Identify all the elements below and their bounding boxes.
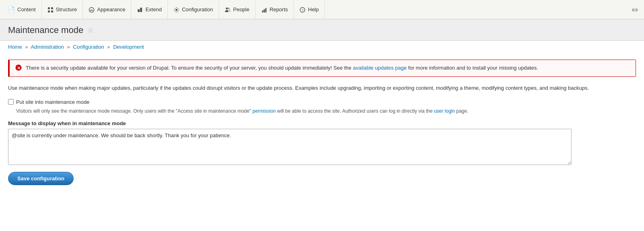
nav-label-appearance: Appearance xyxy=(97,6,125,12)
permission-link[interactable]: permission xyxy=(252,108,276,114)
maintenance-mode-checkbox-item: Put site into maintenance mode xyxy=(8,99,636,105)
nav-right-icon: ⇔ xyxy=(632,5,638,14)
checkbox-desc-middle: will be able to access the site. Authori… xyxy=(276,108,434,114)
svg-point-9 xyxy=(228,8,230,9)
svg-rect-5 xyxy=(138,9,140,12)
svg-rect-11 xyxy=(264,9,265,12)
breadcrumb-sep-3: » xyxy=(107,44,110,50)
breadcrumb-configuration[interactable]: Configuration xyxy=(73,44,104,50)
error-text-after: for more information and to install your… xyxy=(407,65,538,71)
svg-rect-6 xyxy=(140,8,142,12)
help-icon: ? xyxy=(299,6,305,13)
description-text: Use maintenance mode when making major u… xyxy=(8,84,636,93)
breadcrumb: Home » Administration » Configuration » … xyxy=(0,41,644,53)
breadcrumb-sep-2: » xyxy=(67,44,70,50)
nav-item-structure[interactable]: Structure xyxy=(42,0,83,19)
error-message-box: ✕ There is a security update available f… xyxy=(8,60,636,77)
message-field-label: Message to display when in maintenance m… xyxy=(8,120,636,126)
nav-label-people: People xyxy=(233,6,249,12)
breadcrumb-administration[interactable]: Administration xyxy=(31,44,64,50)
checkbox-label-text: Put site into maintenance mode xyxy=(16,99,89,105)
breadcrumb-development[interactable]: Development xyxy=(113,44,144,50)
people-icon xyxy=(225,6,231,13)
nav-label-reports: Reports xyxy=(270,6,288,12)
nav-label-configuration: Configuration xyxy=(182,6,213,12)
nav-item-content[interactable]: 📄 Content xyxy=(2,0,42,19)
svg-rect-3 xyxy=(51,10,53,12)
configuration-icon xyxy=(173,6,180,13)
toolbar: 📄 Content Structure Appearance xyxy=(0,0,644,19)
page-title: Maintenance mode ☆ xyxy=(8,25,636,35)
main-content: ✕ There is a security update available f… xyxy=(0,53,644,192)
svg-point-7 xyxy=(175,9,178,11)
content-icon: 📄 xyxy=(7,6,15,13)
nav-item-configuration[interactable]: Configuration xyxy=(168,0,219,19)
page-header: Maintenance mode ☆ xyxy=(0,19,644,41)
breadcrumb-home[interactable]: Home xyxy=(8,44,22,50)
nav-right-controls: ⇔ xyxy=(627,0,642,19)
extend-icon xyxy=(137,6,143,13)
maintenance-mode-checkbox[interactable] xyxy=(8,99,14,105)
message-field-wrapper: Message to display when in maintenance m… xyxy=(8,120,636,166)
svg-rect-1 xyxy=(51,7,53,9)
breadcrumb-sep-1: » xyxy=(25,44,28,50)
nav-item-help[interactable]: ? Help xyxy=(294,0,325,19)
nav-label-help: Help xyxy=(308,6,319,12)
save-configuration-button[interactable]: Save configuration xyxy=(8,172,74,185)
nav-label-extend: Extend xyxy=(145,6,161,12)
nav-label-structure: Structure xyxy=(56,6,77,12)
error-message-text: There is a security update available for… xyxy=(26,64,538,72)
checkbox-description: Visitors will only see the maintenance m… xyxy=(16,107,636,115)
error-text-before: There is a security update available for… xyxy=(26,65,353,71)
structure-icon xyxy=(47,6,54,13)
page-title-text: Maintenance mode xyxy=(8,25,83,35)
maintenance-mode-checkbox-label[interactable]: Put site into maintenance mode xyxy=(8,99,636,105)
nav-label-content: Content xyxy=(17,6,36,12)
error-icon: ✕ xyxy=(15,64,22,72)
svg-text:✕: ✕ xyxy=(17,66,21,70)
nav-spacer xyxy=(325,0,627,19)
nav-item-people[interactable]: People xyxy=(219,0,255,19)
user-login-link[interactable]: user login xyxy=(434,108,455,114)
svg-rect-10 xyxy=(262,10,263,12)
svg-point-8 xyxy=(226,8,228,10)
nav-item-appearance[interactable]: Appearance xyxy=(83,0,131,19)
svg-rect-2 xyxy=(48,10,50,12)
checkbox-desc-after: page. xyxy=(455,108,468,114)
checkbox-desc-before: Visitors will only see the maintenance m… xyxy=(16,108,252,114)
appearance-icon xyxy=(89,6,95,13)
maintenance-message-textarea[interactable]: @site is currently under maintenance. We… xyxy=(8,129,572,165)
favorite-star-icon[interactable]: ☆ xyxy=(87,26,94,35)
available-updates-link[interactable]: available updates page xyxy=(353,65,407,71)
svg-text:?: ? xyxy=(301,8,303,12)
reports-icon xyxy=(261,6,267,13)
svg-rect-12 xyxy=(265,8,266,12)
svg-rect-0 xyxy=(48,7,50,9)
nav-item-reports[interactable]: Reports xyxy=(256,0,294,19)
nav-item-extend[interactable]: Extend xyxy=(131,0,167,19)
